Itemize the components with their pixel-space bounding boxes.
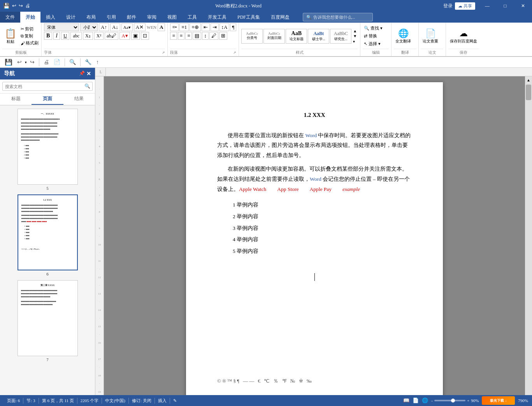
tab-tools[interactable]: 工具 — [182, 12, 202, 23]
view-web-button[interactable]: 🌐 — [422, 397, 428, 404]
login-button[interactable]: 登录 — [443, 3, 453, 9]
style-item-lunwen[interactable]: AaB 论文标题 — [286, 29, 307, 44]
zoom-button[interactable]: 🔍 — [68, 58, 77, 66]
scroll-up-button[interactable]: ▲ — [526, 77, 531, 83]
sidebar-search-icon[interactable]: 🔍 — [83, 82, 92, 90]
line-spacing-button[interactable]: ↕ — [202, 32, 209, 40]
sidebar-tab-pages[interactable]: 页面 — [32, 94, 63, 105]
save-baidu-button[interactable]: ☁ 保存到百度网盘 — [448, 26, 479, 47]
zoom-increase-button[interactable]: + — [467, 398, 469, 403]
font-family-select[interactable]: 宋体 — [44, 23, 79, 31]
show-marks-button[interactable]: ¶ — [230, 23, 236, 31]
justify-button[interactable]: ▤ — [193, 32, 201, 40]
copy-button[interactable]: ⧉复制 — [19, 33, 40, 39]
sidebar-close-button[interactable]: ✕ — [86, 71, 91, 77]
bold-button[interactable]: B — [44, 32, 52, 40]
tab-pdf[interactable]: PDF工具集 — [232, 12, 265, 23]
subscript-button[interactable]: X₂ — [83, 32, 93, 40]
redo-toolbar-button[interactable]: ↪ — [28, 58, 36, 66]
document-page[interactable]: 1.2 XXX 使用在需要位置出现的新按钮在 Word 中保存时间。若要更改图片… — [186, 82, 443, 395]
style-item-shuoshi[interactable]: AaBt 硕士学... — [308, 29, 329, 44]
print-button[interactable]: 🖨 — [42, 58, 51, 66]
share-button[interactable]: ☁ 共享 — [455, 2, 475, 10]
sidebar-tab-results[interactable]: 结果 — [63, 94, 95, 105]
char-shading-button[interactable]: ▣ — [131, 32, 140, 40]
share-toolbar-button[interactable]: ↑ — [95, 58, 100, 66]
sidebar-pin-button[interactable]: 📌 — [79, 71, 85, 77]
numbering-button[interactable]: ≡1 — [179, 23, 189, 31]
sidebar-tab-headings[interactable]: 标题 — [0, 94, 32, 105]
page-thumb-5[interactable]: 一、XXXXX ■■■■■■■■■■■■■■■■■■■■■■■■■■■■■■■■… — [3, 109, 92, 191]
clear-format-button[interactable]: A✕ — [134, 23, 146, 31]
tab-file[interactable]: 文件 — [0, 12, 20, 23]
borders-button[interactable]: ⊞ — [219, 32, 227, 40]
strikethrough-button[interactable]: abc — [70, 32, 82, 40]
tab-insert[interactable]: 插入 — [40, 12, 61, 23]
search-bar[interactable]: 🔍 告诉我您想要做什么... — [303, 13, 373, 21]
find-button[interactable]: 🔍查找 ▾ — [363, 25, 389, 32]
tab-review[interactable]: 审阅 — [142, 12, 162, 23]
tab-home[interactable]: 开始 — [20, 12, 40, 23]
style-item-fengmian[interactable]: AaBbCc 封面日期 — [263, 29, 285, 44]
zoom-decrease-button[interactable]: - — [431, 398, 433, 403]
pdf-button[interactable]: 📄 — [52, 58, 62, 66]
char-border-button[interactable]: ⊡ — [141, 32, 149, 40]
style-item-fenlei[interactable]: AaBbCc 分类号 — [241, 29, 263, 44]
view-read-button[interactable]: 📖 — [403, 397, 409, 404]
tab-baidu[interactable]: 百度网盘 — [265, 12, 295, 23]
print-preview-icon[interactable]: 🖨 — [25, 3, 30, 9]
para-shading-button[interactable]: 🖊 — [209, 32, 218, 40]
replace-button[interactable]: ⇄替换 — [363, 33, 389, 39]
change-case-button[interactable]: Aa▾ — [121, 23, 133, 31]
save-doc-button[interactable]: 💾 — [3, 58, 14, 67]
ruler-corner[interactable]: L — [100, 70, 102, 74]
select-button[interactable]: ↖选择 ▾ — [363, 41, 389, 47]
align-left-button[interactable]: ≡ — [170, 32, 177, 40]
scroll-thumb[interactable] — [526, 85, 531, 100]
tab-design[interactable]: 设计 — [61, 12, 81, 23]
undo-dropdown-button[interactable]: ▾ — [25, 60, 27, 64]
page-thumb-6[interactable]: 1.2 XXX ■■■■■■■■■■■■■■■■■■■■■■■■■■■■■■■ … — [3, 194, 92, 276]
save-icon[interactable]: 💾 — [3, 3, 10, 9]
close-button[interactable]: ✕ — [514, 0, 532, 12]
tab-layout[interactable]: 布局 — [81, 12, 101, 23]
font-size-select[interactable]: 小四 — [80, 23, 98, 31]
restore-button[interactable]: □ — [496, 0, 514, 12]
font-color-A-button[interactable]: A — [158, 23, 165, 31]
paste-button[interactable]: 📋 粘贴 — [2, 25, 19, 47]
cut-button[interactable]: ✂剪切 — [19, 26, 40, 32]
superscript-button[interactable]: X² — [94, 32, 104, 40]
format-painter-button[interactable]: 🖌格式刷 — [19, 40, 40, 46]
bullets-button[interactable]: ≡• — [170, 23, 179, 31]
custom-toolbar-button[interactable]: 🔧 — [83, 58, 93, 66]
page-thumb-7[interactable]: 第二章 XXXX ■■■■■■■■■■■■■■■■■■■■■■■■■■■■■■■… — [3, 280, 92, 362]
translate-button[interactable]: 🌐 全文翻译 — [394, 26, 413, 47]
style-item-yanjiusheng[interactable]: AaBbC 研究生... — [330, 29, 351, 44]
font-color-button[interactable]: A▾ — [119, 32, 130, 40]
paper-check-button[interactable]: 📄 论文查重 — [421, 26, 440, 47]
tab-references[interactable]: 引用 — [101, 12, 121, 23]
underline-button[interactable]: U — [61, 32, 69, 40]
align-right-button[interactable]: ≡ — [185, 32, 192, 40]
multilevel-button[interactable]: ≡⊕ — [190, 23, 200, 31]
italic-button[interactable]: I — [53, 32, 60, 40]
decrease-indent-button[interactable]: ⇤ — [202, 23, 210, 31]
minimize-button[interactable]: — — [478, 0, 496, 12]
align-center-button[interactable]: ≡ — [178, 32, 184, 40]
tab-view[interactable]: 视图 — [162, 12, 182, 23]
undo-icon[interactable]: ↩ — [12, 3, 16, 9]
text-highlight-button[interactable]: ab🖊 — [105, 32, 118, 40]
tab-mailings[interactable]: 邮件 — [121, 12, 142, 23]
font-decrease-button[interactable]: A↓ — [110, 23, 120, 31]
redo-icon[interactable]: ↪ — [19, 3, 23, 9]
tab-developer[interactable]: 开发工具 — [202, 12, 232, 23]
sort-button[interactable]: ↕A — [219, 23, 230, 31]
sidebar-search-input[interactable] — [3, 83, 83, 90]
style-scroll-up[interactable]: ▲ ▼ ▾ — [352, 29, 358, 44]
view-print-button[interactable]: 📄 — [413, 397, 419, 404]
increase-indent-button[interactable]: ⇥ — [211, 23, 219, 31]
undo-toolbar-button[interactable]: ↩ — [16, 58, 23, 66]
font-increase-button[interactable]: A↑ — [99, 23, 109, 31]
doc-scroll-area[interactable]: · 1 · 2 · 3 · 4 · 5 · 6 · 7 · 8 · 9 · 10 — [95, 76, 532, 395]
zoom-slider[interactable] — [434, 400, 465, 401]
